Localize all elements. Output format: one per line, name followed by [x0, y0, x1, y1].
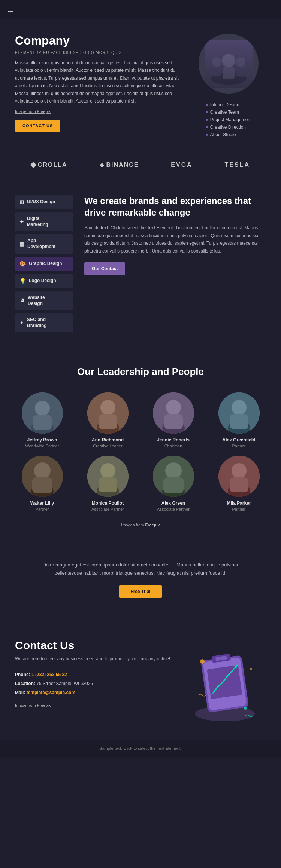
logos-section: CROLLA ◆ BINANCE EVGA TESLA — [0, 150, 281, 180]
team-member-walter: Walter Lilly Partner — [11, 456, 73, 511]
free-trial-button[interactable]: Free Trial — [119, 585, 161, 598]
team-member-monica: Monica Pouliot Associate Partner — [77, 456, 139, 511]
ann-name: Ann Richmond — [92, 437, 124, 443]
hero-body: Massa ultrices mi quis hendrerit dolor m… — [15, 59, 180, 105]
leadership-section: Our Leadership and People Jeffrey Brown … — [0, 347, 281, 538]
svg-point-30 — [100, 463, 115, 478]
service-graphic-button[interactable]: 🎨 Graphic Design — [15, 257, 73, 271]
svg-rect-32 — [99, 477, 117, 492]
contact-title: Contact Us — [15, 639, 176, 652]
team-member-mila: Mila Parker Partner — [208, 456, 270, 511]
svg-point-34 — [165, 462, 182, 479]
service-logo-button[interactable]: 💡 Logo Design — [15, 274, 73, 288]
contact-mail-row: Mail: template@sample.com — [15, 688, 176, 697]
svg-point-48 — [200, 659, 205, 664]
nav-item-about[interactable]: About Studio — [206, 131, 252, 138]
alex-g-photo — [218, 392, 260, 434]
svg-rect-40 — [230, 477, 248, 492]
logo-evga: EVGA — [171, 162, 192, 168]
contact-right — [184, 639, 266, 725]
jennie-photo — [153, 392, 194, 434]
our-contact-button[interactable]: Our Contact — [84, 262, 125, 275]
nav-item-interior[interactable]: Interior Design — [206, 101, 252, 109]
service-website-button[interactable]: 🖥 WebsiteDesign — [15, 291, 73, 310]
avatar-ann — [87, 392, 129, 434]
svg-rect-12 — [33, 415, 52, 430]
digital-icon: ✦ — [19, 218, 24, 225]
seo-label: SEO andBranding — [27, 317, 47, 328]
nav-bar: ☰ — [0, 0, 281, 19]
contact-chart-illustration — [187, 639, 262, 725]
service-seo-button[interactable]: ✦ SEO andBranding — [15, 313, 73, 332]
svg-rect-24 — [230, 414, 248, 429]
hero-subtitle: ELEMENTUM EU FACILISIS SED ODIO MORBI QU… — [15, 51, 180, 55]
footer-text: Sample text. Click to select the Text El… — [15, 746, 266, 751]
svg-rect-36 — [163, 477, 184, 493]
team-grid: Jeffrey Brown Worldwide Partner Ann Rich… — [11, 392, 270, 511]
service-uiux-button[interactable]: ⊞ UI/UX Design — [15, 195, 73, 209]
hamburger-icon[interactable]: ☰ — [7, 5, 13, 13]
svg-point-14 — [100, 400, 115, 415]
app-icon: ▦ — [19, 241, 24, 247]
svg-rect-46 — [207, 665, 242, 699]
svg-point-38 — [232, 463, 247, 478]
hero-image — [199, 34, 259, 94]
contact-us-button[interactable]: CONTACT US — [15, 120, 60, 132]
walter-name: Walter Lilly — [30, 501, 54, 506]
svg-rect-20 — [164, 414, 183, 429]
contact-subtitle: We are here to meet any business need an… — [15, 655, 176, 663]
services-section: ⊞ UI/UX Design ✦ DigitalMarketing ▦ AppD… — [0, 180, 281, 347]
contact-phone-row: Phone: 1 (232) 252 55 22 — [15, 670, 176, 679]
contact-section: Contact Us We are here to meet any busin… — [0, 620, 281, 740]
services-description: We create brands and experiences that dr… — [84, 195, 266, 275]
cta-text: Dolor magna eget est lorem ipsum dolor s… — [37, 561, 244, 577]
avatar-alex-g — [218, 392, 260, 434]
service-digital-button[interactable]: ✦ DigitalMarketing — [15, 212, 73, 231]
avatar-walter — [22, 456, 63, 497]
services-headline: We create brands and experiences that dr… — [84, 195, 266, 218]
svg-rect-8 — [205, 40, 253, 88]
leadership-title: Our Leadership and People — [11, 366, 270, 378]
images-credit: Images from Freepik — [11, 523, 270, 527]
contact-image-credit: Image from Freepik — [15, 703, 176, 707]
seo-icon: ✦ — [19, 320, 24, 326]
svg-point-10 — [35, 401, 50, 416]
jennie-role: Chairman — [164, 444, 182, 448]
hero-photo-svg — [205, 40, 253, 88]
uiux-icon: ⊞ — [19, 199, 24, 205]
team-member-alex-green: Alex Green Associate Partner — [142, 456, 204, 511]
services-body: Sample text. Click to select the Text El… — [84, 224, 266, 255]
svg-point-50 — [250, 668, 252, 670]
alex-green-photo — [153, 456, 194, 497]
contact-location-row: Location: 75 Street Sample, WI 63025 — [15, 679, 176, 688]
logo-crolla: CROLLA — [31, 162, 67, 168]
monica-role: Associate Partner — [91, 507, 124, 511]
logo-icon: 💡 — [19, 278, 26, 284]
graphic-icon: 🎨 — [19, 260, 26, 267]
nav-item-project[interactable]: Project Management — [206, 116, 252, 123]
hero-section: Company ELEMENTUM EU FACILISIS SED ODIO … — [0, 19, 281, 150]
alex-g-name: Alex Greenfield — [222, 437, 255, 443]
services-list: ⊞ UI/UX Design ✦ DigitalMarketing ▦ AppD… — [15, 195, 73, 332]
avatar-mila — [218, 456, 260, 497]
avatar-jeffrey — [22, 392, 63, 434]
website-icon: 🖥 — [19, 297, 25, 304]
jeffrey-photo — [22, 392, 63, 434]
jeffrey-name: Jeffrey Brown — [27, 437, 57, 443]
avatar-alex-green — [153, 456, 194, 497]
binance-diamond-icon: ◆ — [100, 161, 104, 168]
alex-g-role: Partner — [232, 444, 245, 448]
graphic-design-label: Graphic Design — [29, 261, 62, 267]
jeffrey-role: Worldwide Partner — [25, 444, 59, 448]
team-member-jeffrey: Jeffrey Brown Worldwide Partner — [11, 392, 73, 448]
nav-item-direction[interactable]: Creative Direction — [206, 123, 252, 131]
team-member-ann: Ann Richmond Creative Leader — [77, 392, 139, 448]
alex-green-name: Alex Green — [161, 501, 185, 506]
nav-item-creative[interactable]: Creative Team — [206, 109, 252, 116]
service-app-button[interactable]: ▦ AppDevelopment — [15, 234, 73, 253]
monica-photo — [87, 456, 129, 497]
team-member-jennie: Jennie Roberts Chairman — [142, 392, 204, 448]
team-member-alex-g: Alex Greenfield Partner — [208, 392, 270, 448]
svg-rect-28 — [32, 477, 52, 493]
svg-point-22 — [232, 400, 247, 415]
